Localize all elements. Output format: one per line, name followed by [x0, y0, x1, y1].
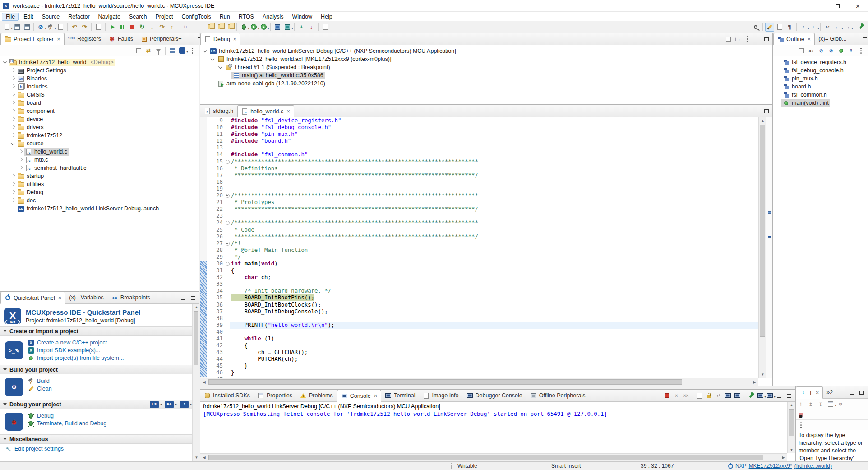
expander-collapsed[interactable]: [18, 149, 24, 155]
code-line-11[interactable]: 11#include "pin_mux.h": [200, 131, 758, 138]
probe-button-ls[interactable]: LS▾: [150, 401, 162, 408]
code-line-31[interactable]: 31{: [200, 267, 758, 274]
minimize-button[interactable]: [848, 388, 856, 397]
fold-marker[interactable]: [225, 192, 230, 199]
status-device-link[interactable]: NXP MKE17Z512xxx9* (frdmke...world): [728, 463, 832, 469]
refresh-button[interactable]: ↺: [836, 400, 845, 409]
tab-quickstart-panel[interactable]: Quickstart Panel×: [0, 292, 65, 304]
code-line-38[interactable]: 38: [200, 315, 758, 322]
tab-debugger-console[interactable]: Debugger Console: [463, 390, 526, 401]
fold-marker[interactable]: [225, 158, 230, 165]
step-filters-button[interactable]: i→: [734, 35, 742, 43]
show-stderr-button[interactable]: [733, 391, 742, 400]
step-over-button[interactable]: ↷: [157, 23, 166, 32]
code-line-45[interactable]: 45 }: [200, 363, 758, 369]
code-line-29[interactable]: 29 */: [200, 254, 758, 261]
close-tab-icon[interactable]: ×: [58, 294, 62, 301]
minimize-button[interactable]: [179, 293, 188, 302]
code-editor[interactable]: 9#include "fsl_device_registers.h"10#inc…: [200, 117, 758, 378]
project-tree-item[interactable]: drivers: [0, 123, 199, 131]
expander-collapsed[interactable]: [10, 173, 16, 179]
code-line-16[interactable]: 16 * Definitions: [200, 165, 758, 172]
outline-item[interactable]: board.h: [773, 83, 868, 91]
tab-terminal[interactable]: Terminal: [381, 390, 419, 401]
code-line-40[interactable]: 40: [200, 329, 758, 335]
view-menu-button[interactable]: [796, 420, 805, 429]
menu-refactor[interactable]: Refactor: [64, 13, 93, 21]
console-vertical-scrollbar[interactable]: ▲ ▼: [787, 402, 795, 453]
save-button[interactable]: [12, 23, 21, 32]
project-tree-item[interactable]: Project Settings: [0, 66, 199, 74]
restore-stack-button[interactable]: [225, 23, 234, 32]
close-tab-icon[interactable]: ×: [57, 36, 60, 42]
new-project-wizard-button[interactable]: +: [297, 23, 306, 32]
expander-expanded[interactable]: [202, 48, 208, 54]
code-line-22[interactable]: 22 *************************************…: [200, 206, 758, 213]
expander-collapsed[interactable]: [18, 157, 24, 163]
tab-problems[interactable]: Problems: [296, 390, 337, 401]
minimize-button[interactable]: [753, 35, 761, 43]
code-line-13[interactable]: 13: [200, 144, 758, 151]
fold-marker[interactable]: [225, 219, 230, 226]
fold-marker[interactable]: [225, 261, 230, 267]
editor-vertical-scrollbar[interactable]: ▲ ▼: [758, 117, 766, 378]
trace-button[interactable]: ▾: [283, 23, 292, 32]
sort-button[interactable]: a↓: [807, 46, 816, 55]
tab-stack-indicator[interactable]: »2: [823, 386, 837, 398]
project-tree-item[interactable]: LSfrdmke17z512_hello_world LinkServer De…: [0, 205, 199, 213]
menu-window[interactable]: Window: [288, 13, 316, 21]
outline-item[interactable]: pin_mux.h: [773, 74, 868, 83]
debug-tree-item[interactable]: Thread #1 1 (Suspended : Breakpoint): [200, 63, 772, 71]
code-line-21[interactable]: 21 * Prototypes: [200, 199, 758, 206]
code-line-18[interactable]: 18: [200, 179, 758, 186]
expander-collapsed[interactable]: [10, 116, 16, 122]
code-line-35[interactable]: 35 BOARD_InitBootPins();: [200, 294, 758, 301]
remove-all-button[interactable]: ××: [682, 391, 690, 400]
code-line-42[interactable]: 42 {: [200, 342, 758, 349]
project-tree-item[interactable]: 10Binaries: [0, 74, 199, 83]
hide-static-button[interactable]: ⊘: [826, 46, 836, 55]
menu-edit[interactable]: Edit: [19, 13, 37, 21]
maximize-button[interactable]: [785, 391, 793, 400]
project-tree-item[interactable]: doc: [0, 196, 199, 205]
expander-collapsed[interactable]: [10, 124, 16, 130]
tab-hello-world-c[interactable]: .chello_world.c×: [237, 105, 294, 117]
quickstart-link-clean[interactable]: Clean: [28, 386, 52, 392]
tab-installed-sdks[interactable]: Installed SDKs: [200, 390, 254, 401]
maximize-button[interactable]: [860, 35, 868, 43]
restore-window-button[interactable]: [827, 0, 848, 12]
menu-run[interactable]: Run: [216, 13, 234, 21]
step-into-button[interactable]: ↓: [148, 23, 157, 32]
supertype-hierarchy-button[interactable]: ↥: [806, 400, 815, 409]
debug-tree-item[interactable]: frdmke17z512_hello_world.axf [MKE17Z512x…: [200, 55, 772, 63]
close-tab-icon[interactable]: ×: [286, 108, 290, 115]
previous-annotation-button[interactable]: ↑▾: [799, 23, 808, 32]
new-wizard-button[interactable]: ▾: [2, 23, 11, 32]
expander-collapsed[interactable]: [10, 189, 16, 195]
layout-dd-button[interactable]: ▾: [826, 400, 835, 409]
next-annotation-button[interactable]: ↓▾: [809, 23, 818, 32]
code-line-30[interactable]: 30int main(void): [200, 261, 758, 267]
build-button[interactable]: ▾: [46, 23, 55, 32]
code-line-9[interactable]: 9#include "fsl_device_registers.h": [200, 117, 758, 124]
menu-configtools[interactable]: ConfigTools: [177, 13, 215, 21]
expander-collapsed[interactable]: [10, 84, 16, 90]
expander-expanded[interactable]: [2, 59, 9, 65]
hide-non-public-button[interactable]: [836, 46, 845, 55]
project-tree-item[interactable]: startup: [0, 172, 199, 180]
tab-registers[interactable]: 1010Registers: [65, 33, 105, 45]
expander-collapsed[interactable]: [10, 181, 16, 187]
menu-file[interactable]: File: [2, 13, 19, 21]
expander-expanded[interactable]: [217, 64, 224, 70]
back-button[interactable]: ←▾: [833, 23, 842, 32]
quickstart-scrollbar[interactable]: ▲ ▼: [192, 304, 199, 461]
code-line-44[interactable]: 44 PUTCHAR(ch);: [200, 356, 758, 363]
word-wrap-button[interactable]: ↵: [714, 391, 723, 400]
editor-horizontal-scrollbar[interactable]: ◀ ▶: [200, 378, 758, 386]
maximize-button[interactable]: [189, 293, 197, 302]
close-tab-icon[interactable]: ×: [374, 392, 378, 399]
collapse-all-button[interactable]: [724, 35, 733, 43]
filters-button[interactable]: #: [846, 46, 855, 55]
code-line-34[interactable]: 34 /* Init board hardware. */: [200, 288, 758, 294]
minimize-button[interactable]: [851, 35, 859, 43]
